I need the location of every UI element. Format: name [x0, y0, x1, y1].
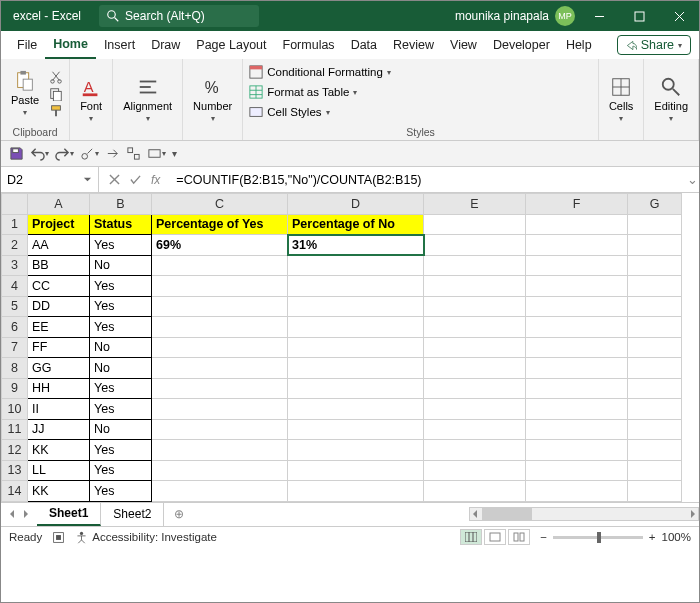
rowhead-4[interactable]: 4 — [2, 276, 28, 297]
rowhead-9[interactable]: 9 — [2, 378, 28, 399]
cell-A6[interactable]: EE — [28, 317, 90, 338]
qat-item-3[interactable] — [126, 146, 141, 161]
qat-item-4[interactable]: ▾ — [147, 146, 166, 161]
cell-D2[interactable]: 31% — [288, 235, 424, 256]
share-button[interactable]: Share ▾ — [617, 35, 691, 55]
redo-button[interactable]: ▾ — [55, 146, 74, 161]
scroll-right-icon[interactable] — [688, 509, 698, 519]
fx-icon[interactable]: fx — [151, 173, 160, 187]
col-G[interactable]: G — [628, 194, 682, 215]
formula-expand[interactable]: ⌄ — [685, 172, 699, 187]
cancel-icon[interactable] — [109, 174, 120, 185]
col-A[interactable]: A — [28, 194, 90, 215]
tab-review[interactable]: Review — [385, 31, 442, 59]
view-pagebreak[interactable] — [508, 529, 530, 545]
rowhead-8[interactable]: 8 — [2, 358, 28, 379]
tab-data[interactable]: Data — [343, 31, 385, 59]
cell-B6[interactable]: Yes — [90, 317, 152, 338]
cell-A12[interactable]: KK — [28, 440, 90, 461]
cell-B3[interactable]: No — [90, 255, 152, 276]
rowhead-12[interactable]: 12 — [2, 440, 28, 461]
rowhead-10[interactable]: 10 — [2, 399, 28, 420]
cell-A5[interactable]: DD — [28, 296, 90, 317]
tab-formulas[interactable]: Formulas — [275, 31, 343, 59]
tab-developer[interactable]: Developer — [485, 31, 558, 59]
conditional-formatting-button[interactable]: Conditional Formatting▾ — [249, 63, 391, 81]
close-button[interactable] — [659, 1, 699, 31]
rowhead-5[interactable]: 5 — [2, 296, 28, 317]
save-button[interactable] — [9, 146, 24, 161]
tab-pagelayout[interactable]: Page Layout — [188, 31, 274, 59]
minimize-button[interactable] — [579, 1, 619, 31]
cell-A8[interactable]: GG — [28, 358, 90, 379]
add-sheet-button[interactable]: ⊕ — [164, 507, 194, 521]
scroll-thumb[interactable] — [482, 508, 532, 520]
tab-insert[interactable]: Insert — [96, 31, 143, 59]
maximize-button[interactable] — [619, 1, 659, 31]
cut-icon[interactable] — [49, 70, 63, 84]
zoom-in[interactable]: + — [649, 531, 656, 543]
number-button[interactable]: % Number▾ — [189, 74, 236, 125]
sheet-tab-2[interactable]: Sheet2 — [101, 503, 164, 526]
copy-icon[interactable] — [49, 87, 63, 101]
cell-F1[interactable] — [526, 214, 628, 235]
name-box[interactable]: D2 — [1, 167, 99, 192]
cell-F2[interactable] — [526, 235, 628, 256]
undo-button[interactable]: ▾ — [30, 146, 49, 161]
enter-icon[interactable] — [130, 174, 141, 185]
search-box[interactable]: Search (Alt+Q) — [99, 5, 259, 27]
tab-help[interactable]: Help — [558, 31, 600, 59]
col-B[interactable]: B — [90, 194, 152, 215]
view-pagelayout[interactable] — [484, 529, 506, 545]
cell-B14[interactable]: Yes — [90, 481, 152, 502]
cell-D1[interactable]: Percentage of No — [288, 214, 424, 235]
cell-A9[interactable]: HH — [28, 378, 90, 399]
accessibility-status[interactable]: Accessibility: Investigate — [75, 531, 217, 544]
cell-B1[interactable]: Status — [90, 214, 152, 235]
zoom-slider[interactable] — [553, 536, 643, 539]
cell-B8[interactable]: No — [90, 358, 152, 379]
qat-item-1[interactable]: ▾ — [80, 146, 99, 161]
format-painter-icon[interactable] — [49, 104, 63, 118]
rowhead-7[interactable]: 7 — [2, 337, 28, 358]
rowhead-1[interactable]: 1 — [2, 214, 28, 235]
view-normal[interactable] — [460, 529, 482, 545]
sheet-nav-next[interactable] — [21, 509, 31, 519]
formula-input[interactable]: =COUNTIF(B2:B15,"No")/COUNTA(B2:B15) — [170, 173, 685, 187]
cell-A4[interactable]: CC — [28, 276, 90, 297]
select-all[interactable] — [2, 194, 28, 215]
cell-G1[interactable] — [628, 214, 682, 235]
cell-A7[interactable]: FF — [28, 337, 90, 358]
cell-B12[interactable]: Yes — [90, 440, 152, 461]
qat-more[interactable]: ▾ — [172, 148, 177, 159]
cell-E1[interactable] — [424, 214, 526, 235]
cell-C2[interactable]: 69% — [152, 235, 288, 256]
alignment-button[interactable]: Alignment▾ — [119, 74, 176, 125]
sheet-tab-1[interactable]: Sheet1 — [37, 503, 101, 526]
cell-E2[interactable] — [424, 235, 526, 256]
cell-A13[interactable]: LL — [28, 460, 90, 481]
tab-view[interactable]: View — [442, 31, 485, 59]
cell-B9[interactable]: Yes — [90, 378, 152, 399]
col-E[interactable]: E — [424, 194, 526, 215]
col-F[interactable]: F — [526, 194, 628, 215]
horizontal-scrollbar[interactable] — [469, 507, 699, 521]
cell-B11[interactable]: No — [90, 419, 152, 440]
tab-file[interactable]: File — [9, 31, 45, 59]
tab-draw[interactable]: Draw — [143, 31, 188, 59]
cell-B13[interactable]: Yes — [90, 460, 152, 481]
cell-B4[interactable]: Yes — [90, 276, 152, 297]
cell-A10[interactable]: II — [28, 399, 90, 420]
scroll-left-icon[interactable] — [470, 509, 480, 519]
tab-home[interactable]: Home — [45, 31, 96, 59]
cell-B2[interactable]: Yes — [90, 235, 152, 256]
worksheet-grid[interactable]: A B C D E F G 1 Project Status Percentag… — [1, 193, 699, 502]
paste-button[interactable]: Paste ▾ — [7, 68, 43, 119]
user-area[interactable]: mounika pinapala MP — [455, 6, 579, 26]
font-button[interactable]: A Font▾ — [76, 74, 106, 125]
cell-A2[interactable]: AA — [28, 235, 90, 256]
sheet-nav-prev[interactable] — [7, 509, 17, 519]
cell-B5[interactable]: Yes — [90, 296, 152, 317]
format-as-table-button[interactable]: Format as Table▾ — [249, 83, 357, 101]
rowhead-2[interactable]: 2 — [2, 235, 28, 256]
